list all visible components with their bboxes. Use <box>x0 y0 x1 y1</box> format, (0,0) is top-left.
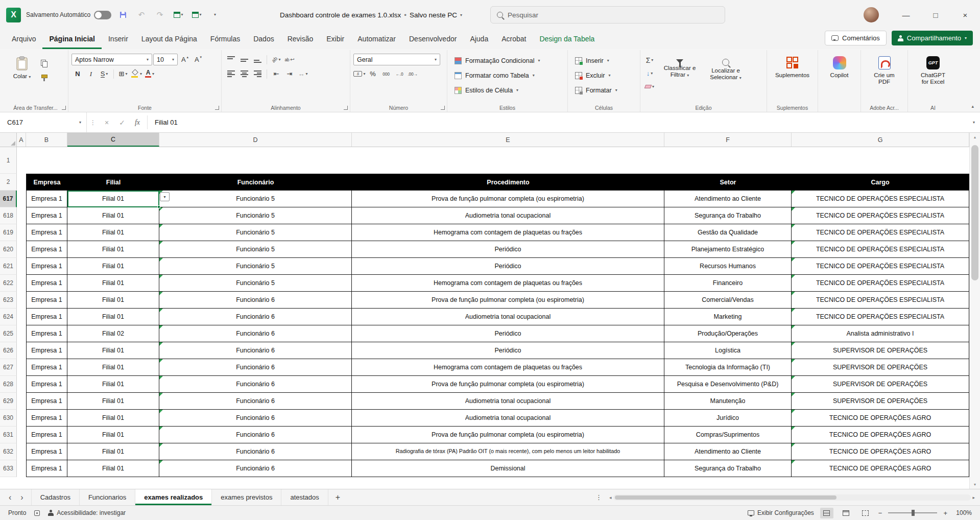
display-settings-button[interactable]: Exibir Configurações <box>748 509 814 516</box>
cell-filial-624[interactable]: Filial 01 <box>67 309 159 325</box>
zoom-level[interactable]: 100% <box>953 509 972 516</box>
fill-button[interactable]: ↓▾ <box>643 67 656 79</box>
cell-cargo-629[interactable]: SUPERVISOR DE OPERAÇÕES <box>792 393 969 410</box>
cell-empresa-627[interactable]: Empresa 1 <box>26 359 67 376</box>
normal-view-button[interactable] <box>820 508 833 518</box>
quick-table-style-button[interactable]: ▾ <box>190 8 203 21</box>
find-select-button[interactable]: Localizar e Selecionar ▾ <box>704 52 748 101</box>
confirm-entry-button[interactable]: ✓ <box>114 112 130 132</box>
row-header-627[interactable]: 627 <box>0 359 17 376</box>
cell-funcionario-625[interactable]: Funcionário 6 <box>159 325 352 342</box>
comma-style-button[interactable]: 000 <box>380 68 392 80</box>
fill-handle[interactable] <box>157 205 160 208</box>
search-box[interactable] <box>490 6 725 23</box>
table-header-cargo[interactable]: Cargo <box>792 174 969 191</box>
cell-cargo-626[interactable]: SUPERVISOR DE OPERAÇÕES <box>792 342 969 359</box>
cell-funcionario-627[interactable]: Funcionário 6 <box>159 359 352 376</box>
cell-filial-633[interactable]: Filial 01 <box>67 460 159 477</box>
row-header-629[interactable]: 629 <box>0 393 17 410</box>
vertical-scrollbar-thumb[interactable] <box>971 145 978 280</box>
sheet-menu-icon[interactable]: ⋮ <box>590 489 607 505</box>
cell-cargo-618[interactable]: TECNICO DE OPERAÇÕES ESPECIALISTA <box>792 207 969 224</box>
cell-cargo-631[interactable]: TECNICO DE OPERAÇÕES AGRO <box>792 427 969 443</box>
dialog-launcher-icon[interactable] <box>344 106 348 110</box>
cell-empresa-619[interactable]: Empresa 1 <box>26 224 67 241</box>
excel-logo-icon[interactable]: X <box>6 8 21 22</box>
align-middle-button[interactable] <box>238 54 250 65</box>
column-header-c[interactable]: C <box>67 133 159 147</box>
ribbon-tab-pagina-inicial[interactable]: Página Inicial <box>42 30 101 49</box>
sheet-tab-cadastros[interactable]: Cadastros <box>31 489 79 505</box>
row-header-623[interactable]: 623 <box>0 292 17 309</box>
column-header-a[interactable]: A <box>17 133 26 147</box>
row-header-632[interactable]: 632 <box>0 443 17 460</box>
cell-setor-618[interactable]: Segurança do Trabalho <box>664 207 792 224</box>
comments-button[interactable]: Comentários <box>825 31 887 45</box>
copy-button[interactable] <box>38 57 50 69</box>
cell-procedimento-628[interactable]: Prova de função pulmonar completa (ou es… <box>352 376 664 393</box>
cell-cargo-628[interactable]: SUPERVISOR DE OPERAÇÕES <box>792 376 969 393</box>
cell-filial-628[interactable]: Filial 01 <box>67 376 159 393</box>
horizontal-scrollbar-track[interactable] <box>613 494 971 501</box>
formula-input[interactable]: Filial 01 <box>150 112 968 132</box>
ribbon-tab-layout-da-pagina[interactable]: Layout da Página <box>135 30 204 49</box>
copilot-button[interactable]: Copilot <box>824 52 855 101</box>
scroll-left-icon[interactable]: ◂ <box>609 495 612 500</box>
row-header-618[interactable]: 618 <box>0 207 17 224</box>
cell-filial-620[interactable]: Filial 01 <box>67 241 159 258</box>
font-name-select[interactable]: Aptos Narrow▾ <box>71 54 152 65</box>
cell-funcionario-626[interactable]: Funcionário 6 <box>159 342 352 359</box>
cell-cargo-620[interactable]: TECNICO DE OPERAÇÕES ESPECIALISTA <box>792 241 969 258</box>
cell-cargo-625[interactable]: Analista administrativo I <box>792 325 969 342</box>
cell-setor-626[interactable]: Logística <box>664 342 792 359</box>
row-header-624[interactable]: 624 <box>0 309 17 325</box>
sort-filter-button[interactable]: Classificar e Filtrar ▾ <box>658 52 702 101</box>
ribbon-tab-exibir[interactable]: Exibir <box>320 30 351 49</box>
font-size-select[interactable]: 10▾ <box>153 54 178 65</box>
sheet-tab-exames-realizados[interactable]: exames realizados <box>135 489 211 505</box>
page-break-view-button[interactable] <box>859 508 872 518</box>
cell-empresa-632[interactable]: Empresa 1 <box>26 443 67 460</box>
cell-procedimento-629[interactable]: Audiometria tonal ocupacional <box>352 393 664 410</box>
vertical-scrollbar[interactable]: ▴ ▾ <box>969 133 980 489</box>
percent-style-button[interactable]: % <box>367 68 379 80</box>
addins-button[interactable]: Suplementos <box>777 52 808 101</box>
cell-funcionario-620[interactable]: Funcionário 5 <box>159 241 352 258</box>
format-as-table-button[interactable]: Formatar como Tabela▾ <box>450 68 564 82</box>
sheet-tab-funcionarios[interactable]: Funcionarios <box>79 489 135 505</box>
ribbon-tab-ajuda[interactable]: Ajuda <box>463 30 495 49</box>
zoom-slider[interactable] <box>888 512 937 513</box>
ribbon-tab-automatizar[interactable]: Automatizar <box>351 30 402 49</box>
row-header-1[interactable]: 1 <box>0 147 17 174</box>
cell-procedimento-620[interactable]: Periódico <box>352 241 664 258</box>
orientation-button[interactable]: ab▾ <box>270 54 282 65</box>
cell-funcionario-621[interactable]: Funcionário 5 <box>159 258 352 275</box>
document-title[interactable]: Dashboard controle de exames 1.0.xlsx • … <box>280 11 462 19</box>
cell-setor-630[interactable]: Jurídico <box>664 410 792 427</box>
align-top-button[interactable] <box>225 54 237 65</box>
autosave-toggle[interactable] <box>94 11 111 19</box>
cell-setor-633[interactable]: Segurança do Trabalho <box>664 460 792 477</box>
cell-funcionario-631[interactable]: Funcionário 6 <box>159 427 352 443</box>
cell-procedimento-626[interactable]: Periódico <box>352 342 664 359</box>
cell-empresa-622[interactable]: Empresa 1 <box>26 275 67 292</box>
cell-funcionario-623[interactable]: Funcionário 6 <box>159 292 352 309</box>
cell-empresa-633[interactable]: Empresa 1 <box>26 460 67 477</box>
cell-funcionario-617[interactable]: Funcionário 5 <box>159 191 352 207</box>
validation-dropdown-button[interactable]: ▾ <box>160 192 170 201</box>
font-color-button[interactable]: A▾ <box>144 68 156 80</box>
accessibility-status[interactable]: Acessibilidade: investigar <box>48 509 126 516</box>
close-button[interactable]: × <box>950 0 980 30</box>
cell-funcionario-630[interactable]: Funcionário 6 <box>159 410 352 427</box>
collapse-ribbon-icon[interactable]: ▴ <box>971 104 974 109</box>
cell-empresa-630[interactable]: Empresa 1 <box>26 410 67 427</box>
cell-funcionario-633[interactable]: Funcionário 6 <box>159 460 352 477</box>
cell-setor-629[interactable]: Manutenção <box>664 393 792 410</box>
cell-filial-623[interactable]: Filial 01 <box>67 292 159 309</box>
cell-procedimento-632[interactable]: Radiografia de tórax (PA) Padrão OIT (o … <box>352 443 664 460</box>
cell-empresa-621[interactable]: Empresa 1 <box>26 258 67 275</box>
align-bottom-button[interactable] <box>251 54 264 65</box>
dialog-launcher-icon[interactable] <box>62 106 66 110</box>
cell-setor-632[interactable]: Atendimento ao Cliente <box>664 443 792 460</box>
cell-funcionario-629[interactable]: Funcionário 6 <box>159 393 352 410</box>
